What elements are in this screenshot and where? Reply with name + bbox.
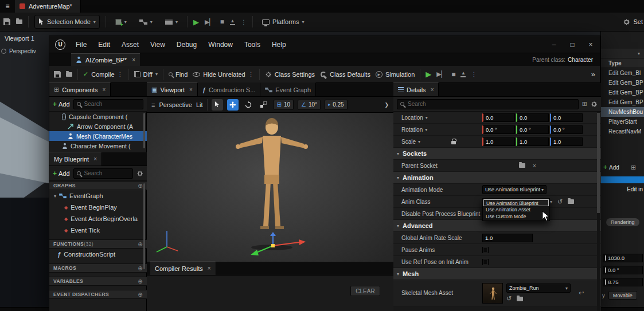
menu-edit[interactable]: Edit <box>92 36 116 53</box>
compile-button[interactable]: ✓ Compile ⋮ <box>83 70 123 78</box>
component-row-capsule[interactable]: Capsule Component ( <box>49 112 147 121</box>
expander-icon[interactable]: ▾ <box>54 194 56 199</box>
rendering-category-tag[interactable]: Rendering <box>606 218 639 226</box>
details-search[interactable] <box>397 99 579 109</box>
edit-in-link[interactable]: Edit in <box>627 186 643 192</box>
components-search-input[interactable] <box>83 100 140 108</box>
close-tab-icon[interactable]: × <box>208 265 211 271</box>
menu-debug[interactable]: Debug <box>171 36 202 53</box>
platforms-dropdown[interactable]: Platforms ▾ <box>259 15 307 29</box>
bp-title-bar[interactable]: U File Edit Asset View Debug Window Tool… <box>49 36 600 53</box>
tab-my-blueprint[interactable]: My Blueprint × <box>49 152 102 166</box>
outliner-row[interactable]: RecastNavM <box>601 127 644 136</box>
mobility-movable-button[interactable]: Movable <box>608 291 637 300</box>
close-panel-icon[interactable]: × <box>93 156 97 162</box>
use-selected-icon[interactable]: ↺ <box>506 295 512 302</box>
translate-gizmo[interactable] <box>249 232 312 258</box>
move-tool[interactable] <box>227 99 239 111</box>
pause-anims-checkbox[interactable] <box>482 247 489 253</box>
perspective-dropdown[interactable]: Perspective <box>159 101 192 108</box>
reset-to-default-icon[interactable]: ↩ <box>579 289 584 297</box>
menu-asset[interactable]: Asset <box>116 36 145 53</box>
components-scrollbar[interactable] <box>143 113 145 148</box>
class-settings-button[interactable]: Class Settings <box>265 71 315 78</box>
component-row-character-movement[interactable]: Character Movement ( <box>49 141 147 151</box>
tab-event-graph[interactable]: Event Graph <box>260 82 316 96</box>
skeletal-mesh-thumbnail[interactable] <box>482 283 503 304</box>
location-y-field[interactable]: 0.0 <box>516 113 549 122</box>
gear-icon[interactable] <box>136 170 143 177</box>
use-selected-icon[interactable]: ↺ <box>557 198 563 206</box>
scale-x-field[interactable]: 1.0 <box>482 137 515 146</box>
scale-lock-icon[interactable] <box>451 141 456 144</box>
component-row-mesh-selected[interactable]: Mesh (CharacterMes <box>49 131 147 141</box>
component-row-arrow[interactable]: Arrow Component (A <box>49 121 147 131</box>
add-function-icon[interactable]: ⊕ <box>138 241 143 247</box>
rotation-x-field[interactable]: 0.0 ° <box>482 125 515 134</box>
clear-button[interactable]: CLEAR <box>350 286 380 296</box>
event-dispatchers-section-header[interactable]: EVENT DISPATCHERS ⊕ <box>49 290 147 299</box>
save-icon[interactable] <box>3 18 10 25</box>
outliner-row-selected[interactable]: NavMeshBou <box>601 107 644 117</box>
play-button[interactable]: ▶ <box>193 18 199 26</box>
location-x-field[interactable]: 0.0 <box>482 113 515 122</box>
level-viewport-tab[interactable]: Viewport 1 <box>5 35 34 42</box>
bp-play-button[interactable]: ▶ <box>426 70 431 78</box>
close-tab-icon[interactable]: × <box>189 86 193 93</box>
tab-construction-script[interactable]: ƒ Construction S... <box>198 82 260 96</box>
hide-unrelated-kebab-icon[interactable]: ⋮ <box>248 71 254 77</box>
close-panel-icon[interactable]: × <box>103 86 106 93</box>
add-dispatcher-icon[interactable]: ⊕ <box>138 292 143 298</box>
location-dropdown[interactable]: Location ▾ <box>401 115 482 121</box>
stop-button[interactable]: ■ <box>220 18 224 26</box>
macros-section-header[interactable]: MACROS ⊕ <box>49 263 147 273</box>
details-search-input[interactable] <box>407 100 575 108</box>
scale-z-field[interactable]: 1.0 <box>550 137 583 146</box>
animation-mode-dropdown[interactable]: Use Animation Blueprint ▾ <box>482 185 547 194</box>
outliner-type-column-header[interactable]: Type <box>601 58 644 68</box>
functions-section-header[interactable]: FUNCTIONS (32) ⊕ <box>49 239 147 249</box>
components-search[interactable] <box>73 99 143 109</box>
doc-tab-aizombie[interactable]: AIZombie_BP* × <box>71 53 140 66</box>
tab-components[interactable]: ⊞ Components × <box>49 82 111 96</box>
category-mesh[interactable]: ▾ Mesh <box>393 268 601 280</box>
perspective-dropdown[interactable]: Perspectiv <box>9 48 36 54</box>
content-browser-icon[interactable] <box>16 19 22 24</box>
class-defaults-button[interactable]: Class Defaults <box>320 71 370 78</box>
close-tab-icon[interactable]: × <box>132 57 135 63</box>
my-blueprint-scrollbar[interactable] <box>143 183 145 269</box>
category-animation[interactable]: ▾ Animation <box>393 172 601 184</box>
blueprints-dropdown[interactable]: ▾ <box>136 15 156 29</box>
select-tool[interactable] <box>212 99 223 111</box>
popup-option-use-animation-asset[interactable]: Use Animation Asset <box>483 206 549 213</box>
category-advanced[interactable]: ▾ Advanced <box>393 220 601 232</box>
event-actorbeginoverlap-row[interactable]: ◆ Event ActorBeginOverla <box>49 213 147 225</box>
my-blueprint-search-input[interactable] <box>83 170 130 177</box>
level-tab-adventuremap[interactable]: AdventureMap* <box>15 0 81 13</box>
pick-socket-icon[interactable] <box>519 163 525 168</box>
browse-icon[interactable]: ⊞ <box>631 164 636 171</box>
anim-class-chevron-icon[interactable]: ▾ <box>550 199 552 204</box>
rotate-tool[interactable] <box>243 99 254 111</box>
add-variable-icon[interactable]: ⊕ <box>138 278 143 285</box>
scale-dropdown[interactable]: Scale ▾ <box>401 139 482 145</box>
browse-mesh-icon[interactable] <box>517 297 523 301</box>
blueprint-3d-viewport[interactable] <box>147 113 393 262</box>
outliner-row[interactable]: Edit Gem_BP <box>601 78 644 88</box>
skeletal-mesh-dropdown[interactable]: Zombie_Run ▾ <box>506 284 571 293</box>
add-component-button[interactable]: + Add <box>53 100 70 108</box>
tab-compiler-results[interactable]: Compiler Results × <box>150 261 216 275</box>
main-menu-icon[interactable]: ≡ <box>0 2 15 10</box>
unreal-logo-icon[interactable]: U <box>55 40 65 50</box>
simulation-button[interactable]: ▶ Simulation <box>376 71 415 78</box>
add-macro-icon[interactable]: ⊕ <box>138 265 143 271</box>
my-blueprint-search[interactable] <box>73 168 133 179</box>
compile-options-kebab-icon[interactable]: ⋮ <box>118 71 123 77</box>
play-options-kebab-icon[interactable]: ⋮ <box>241 19 247 25</box>
menu-help[interactable]: Help <box>266 36 292 53</box>
maximize-button[interactable]: □ <box>563 36 581 53</box>
menu-window[interactable]: Window <box>202 36 239 53</box>
browse-asset-icon[interactable] <box>66 72 72 77</box>
close-button[interactable]: × <box>581 36 600 53</box>
graphs-section-header[interactable]: GRAPHS ⊕ <box>49 181 147 190</box>
